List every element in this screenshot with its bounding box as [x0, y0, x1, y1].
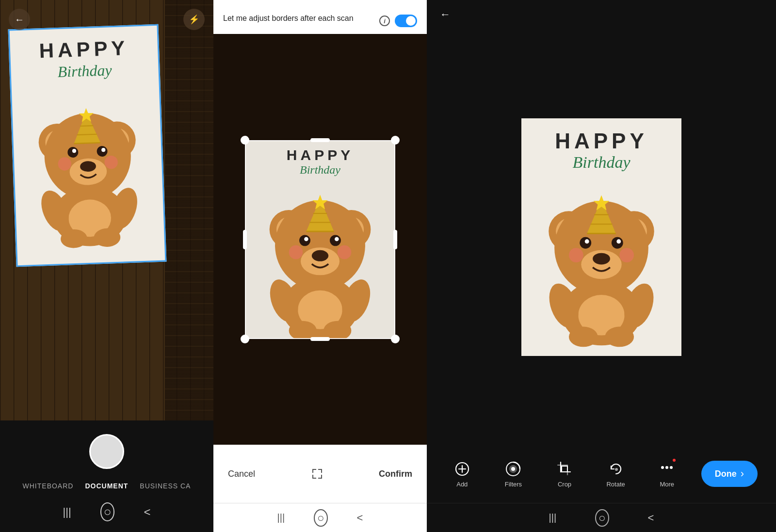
tool-add[interactable]: Add: [445, 460, 479, 488]
p2-nav-menu[interactable]: |||: [277, 512, 285, 523]
more-icon-wrap: [659, 460, 675, 478]
tool-crop[interactable]: Crop: [548, 460, 582, 488]
crop-corner-br[interactable]: [391, 335, 400, 343]
more-label: More: [660, 481, 674, 488]
p2-nav-home[interactable]: ○: [314, 509, 328, 527]
svg-point-57: [585, 239, 589, 243]
edit-panel: ← HAPPY Birthday: [427, 0, 776, 532]
crop-corner-tl[interactable]: [241, 136, 249, 145]
keyboard-background: [165, 0, 213, 420]
panel2-nav-bar: ||| ○ <: [213, 503, 427, 532]
p3-nav-home[interactable]: ○: [595, 509, 609, 527]
edit-toolbar: Add Filters Crop: [427, 445, 776, 503]
crop-corner-tr[interactable]: [391, 136, 400, 145]
navigation-bar: ||| ○ <: [63, 502, 151, 523]
nav-back-icon[interactable]: <: [144, 505, 150, 519]
svg-point-71: [605, 326, 634, 347]
crop-icon: [556, 460, 573, 478]
crop-edge-bottom[interactable]: [310, 337, 330, 341]
document-frame: HAPPY Birthday: [8, 24, 167, 267]
crop-border: [245, 140, 395, 339]
doc-birthday-text: Birthday: [57, 61, 112, 81]
expand-icon[interactable]: [309, 466, 325, 482]
shutter-button[interactable]: [89, 434, 124, 469]
cancel-button[interactable]: Cancel: [228, 469, 255, 479]
border-adjust-panel: Let me adjust borders after each scan i …: [213, 0, 427, 532]
bear-illustration: [19, 81, 158, 258]
filters-label: Filters: [505, 481, 522, 488]
p3-nav-back[interactable]: <: [648, 512, 654, 524]
svg-point-80: [661, 466, 664, 469]
nav-menu-icon[interactable]: |||: [63, 506, 71, 518]
crop-container: HAPPY Birthday: [245, 140, 395, 339]
filters-icon: [504, 460, 522, 478]
done-chevron-icon: ›: [741, 468, 744, 480]
adjust-toggle[interactable]: [395, 15, 417, 27]
svg-point-59: [569, 248, 583, 262]
crop-edge-top[interactable]: [310, 138, 330, 142]
tool-filters[interactable]: Filters: [496, 460, 530, 488]
border-adjust-bottom: Cancel Confirm: [213, 445, 427, 503]
toggle-area: i: [379, 15, 417, 27]
edit-preview: HAPPY Birthday: [427, 29, 776, 445]
camera-controls: WHITEBOARD DOCUMENT BUSINESS CA ||| ○ <: [0, 420, 213, 532]
mode-whiteboard[interactable]: WHITEBOARD: [23, 482, 74, 490]
svg-point-54: [593, 253, 610, 264]
mode-business[interactable]: BUSINESS CA: [140, 482, 191, 490]
p2-nav-back[interactable]: <: [357, 512, 363, 524]
border-adjust-header: Let me adjust borders after each scan i: [213, 0, 427, 34]
camera-viewfinder: HAPPY Birthday: [0, 0, 213, 420]
svg-line-14: [74, 143, 100, 144]
expand-svg: [310, 467, 324, 481]
crop-edge-right[interactable]: [393, 230, 397, 249]
rotate-label: Rotate: [606, 481, 625, 488]
edit-header: ←: [427, 0, 776, 29]
svg-point-58: [616, 239, 621, 243]
add-icon: [453, 460, 471, 478]
done-label: Done: [715, 469, 737, 479]
svg-point-79: [615, 468, 618, 471]
more-notification-dot: [673, 459, 676, 462]
mode-document[interactable]: DOCUMENT: [85, 482, 128, 490]
svg-line-15: [77, 134, 97, 135]
p3-nav-menu[interactable]: |||: [549, 512, 557, 523]
svg-point-60: [619, 248, 634, 262]
final-bear: [529, 177, 674, 348]
svg-line-16: [80, 126, 93, 126]
scan-preview: HAPPY Birthday: [213, 34, 427, 445]
info-icon[interactable]: i: [379, 16, 390, 26]
done-button[interactable]: Done ›: [701, 461, 758, 487]
confirm-button[interactable]: Confirm: [379, 469, 412, 479]
crop-corner-bl[interactable]: [241, 335, 249, 343]
bear-svg: [19, 81, 158, 258]
svg-point-70: [569, 326, 598, 347]
final-document: HAPPY Birthday: [521, 118, 681, 356]
edit-back-icon: ←: [440, 8, 451, 21]
tool-more[interactable]: More: [650, 460, 684, 488]
mode-tabs: WHITEBOARD DOCUMENT BUSINESS CA: [23, 482, 191, 490]
flash-button[interactable]: ⚡: [183, 9, 205, 30]
flash-icon: ⚡: [189, 14, 199, 25]
header-title: Let me adjust borders after each scan: [223, 14, 373, 24]
tool-rotate[interactable]: Rotate: [599, 460, 633, 488]
svg-point-81: [665, 466, 668, 469]
back-icon: ←: [15, 14, 24, 25]
add-label: Add: [456, 481, 468, 488]
svg-rect-78: [562, 466, 567, 472]
svg-point-82: [670, 466, 673, 469]
final-birthday-text: Birthday: [573, 153, 630, 172]
doc-happy-text: HAPPY: [39, 36, 129, 63]
rotate-icon: [607, 460, 625, 478]
final-happy-text: HAPPY: [555, 129, 648, 153]
camera-panel: HAPPY Birthday: [0, 0, 213, 532]
nav-home-icon[interactable]: ○: [100, 502, 115, 521]
final-bear-svg: [529, 177, 674, 348]
header-text-block: Let me adjust borders after each scan: [223, 14, 373, 24]
svg-point-77: [511, 467, 515, 471]
edit-back-button[interactable]: ←: [436, 6, 454, 23]
more-icon: [658, 460, 676, 478]
back-button[interactable]: ←: [9, 9, 30, 30]
crop-label: Crop: [558, 481, 571, 488]
crop-edge-left[interactable]: [243, 230, 247, 249]
panel3-nav-bar: ||| ○ <: [427, 503, 776, 532]
